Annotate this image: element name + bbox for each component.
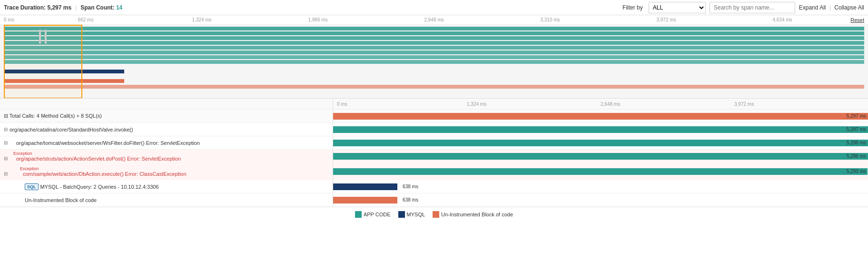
filter-select[interactable]: ALL APP CODE MYSQL Un-Instrumented (649, 2, 706, 13)
expand-icon-s3[interactable]: ⊟ (4, 156, 8, 161)
legend: APP CODE MYSQL Un-Instrumented Block of … (0, 207, 868, 222)
reset-button[interactable]: Reset (850, 17, 864, 23)
legend-color-uninstrumented (433, 211, 439, 218)
span-row: Un-Instrumented Block of code 638 ms (0, 193, 868, 207)
legend-label-uninstrumented: Un-Instrumented Block of code (441, 212, 513, 217)
detail-section: 0 ms 1,324 ms 2,648 ms 3,972 ms ⊟ Total … (0, 99, 868, 207)
expand-all-link[interactable]: Expand All (799, 4, 826, 11)
minimap-ruler: 0 ms 662 ms 1,324 ms 1,986 ms 2,648 ms 3… (0, 15, 868, 25)
collapse-all-link[interactable]: Collapse All (834, 4, 864, 11)
total-calls-row: ⊟ Total Calls: 4 Method Call(s) + 8 SQL(… (0, 110, 868, 123)
legend-color-mysql (398, 211, 405, 218)
ruler-tick-2648ms: 2,648 ms (601, 102, 620, 107)
span-row: Exception ⊟ org/apache/struts/action/Act… (0, 150, 868, 163)
header-bar: Trace Duration: 5,297 ms | Span Count: 1… (0, 0, 868, 15)
span-duration-s3: 5,296 ms (847, 153, 866, 159)
span-label-s3: org/apache/struts/action/ActionServlet.d… (16, 156, 181, 162)
legend-label-mysql: MYSQL (407, 212, 425, 217)
exception-badge-label-s4: Exception (20, 166, 39, 171)
expand-icon-s4[interactable]: ⊟ (4, 171, 8, 176)
span-duration-s6: 638 ms (403, 197, 418, 203)
expand-collapse-links: Expand All | Collapse All (799, 4, 864, 11)
legend-item-uninstrumented: Un-Instrumented Block of code (433, 211, 513, 218)
total-calls-duration: 5,297 ms (847, 113, 866, 119)
span-label-s1: org/apache/catalina/core/StandardHostVal… (10, 127, 133, 132)
legend-item-appcode: APP CODE (355, 211, 391, 218)
expand-icon-s2[interactable]: ⊟ (4, 140, 8, 145)
minimap: 0 ms 662 ms 1,324 ms 1,986 ms 2,648 ms 3… (0, 15, 868, 99)
legend-color-appcode (355, 211, 362, 218)
exception-badge-label-s3: Exception (13, 151, 32, 156)
legend-item-mysql: MYSQL (398, 211, 425, 218)
span-duration-s1: 5,297 ms (847, 127, 866, 132)
span-row: ⊟ org/apache/catalina/core/StandardHostV… (0, 123, 868, 136)
span-label-s2: org/apache/tomcat/websocket/server/WsFil… (16, 140, 200, 146)
span-duration-s2: 5,296 ms (847, 140, 866, 145)
span-label-s4: com/sample/web/action/DbAction.execute()… (23, 171, 187, 177)
ruler-tick-1324ms: 1,324 ms (467, 102, 486, 107)
search-input[interactable] (710, 2, 795, 13)
span-label-s5: MYSQL - BatchQuery: 2 Queries - 10.10.12… (40, 184, 159, 190)
total-calls-label: ⊟ Total Calls: 4 Method Call(s) + 8 SQL(… (4, 113, 102, 119)
span-label-s6: Un-Instrumented Block of code (25, 197, 97, 203)
span-row: Exception ⊟ com/sample/web/action/DbActi… (0, 163, 868, 180)
legend-label-appcode: APP CODE (364, 212, 391, 217)
sql-badge-s5: SQL (25, 183, 39, 190)
expand-icon-s1[interactable]: ⊟ (4, 127, 8, 132)
span-count: Span Count: 14 (80, 4, 122, 11)
filter-label: Filter by (622, 4, 643, 11)
trace-duration: Trace Duration: 5,297 ms (4, 4, 71, 11)
span-duration-s5: 638 ms (403, 184, 418, 189)
ruler-tick-0ms: 0 ms (337, 102, 347, 107)
span-row: ⊟ org/apache/tomcat/websocket/server/WsF… (0, 136, 868, 150)
ruler-tick-3972ms: 3,972 ms (734, 102, 754, 107)
span-row: SQL MYSQL - BatchQuery: 2 Queries - 10.1… (0, 180, 868, 193)
span-duration-s4: 5,293 ms (847, 169, 866, 174)
